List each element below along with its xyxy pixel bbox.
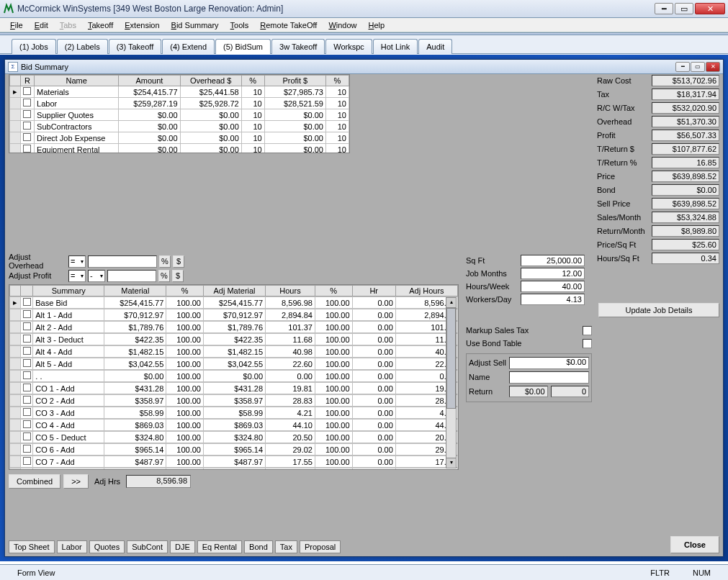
scroll-thumb[interactable]: [446, 308, 456, 409]
adjust-sell-return-pct: 0: [551, 386, 590, 397]
scroll-up-icon[interactable]: ▴: [446, 298, 456, 308]
app-window: McCormick WinSystems [349 West Boston La…: [0, 0, 728, 580]
markup-sales-tax-label: Markup Sales Tax: [466, 326, 583, 335]
main-tab-1[interactable]: (2) Labels: [57, 39, 108, 54]
markup-sales-tax-checkbox[interactable]: [583, 326, 592, 335]
adjust-overhead-dollar-button[interactable]: $: [173, 255, 184, 268]
more-button[interactable]: >>: [63, 474, 89, 489]
menu-window[interactable]: Window: [324, 19, 361, 31]
adjust-overhead-pct-button[interactable]: %: [159, 255, 171, 268]
close-panel-button[interactable]: Close: [670, 536, 719, 553]
summary-label: T/Return $: [597, 145, 652, 153]
adjust-profit-op[interactable]: =: [68, 270, 86, 282]
sub-tab-quotes[interactable]: Quotes: [89, 540, 125, 553]
adjust-overhead-label: Adjust Overhead: [9, 253, 66, 270]
adjust-overhead-op[interactable]: =: [68, 255, 86, 268]
maximize-button[interactable]: ▭: [675, 3, 693, 14]
summary-label: Overhead: [597, 117, 652, 126]
job-info-panel: Sq Ft25,000.00Job Months12.00Hours/Week4…: [466, 254, 585, 306]
main-tab-7[interactable]: Hot Link: [373, 39, 418, 54]
status-left: Form View: [6, 568, 66, 577]
jobinfo-label: Job Months: [466, 269, 521, 278]
adjust-sell-return-value: $0.00: [509, 386, 548, 397]
jobinfo-label: Sq Ft: [466, 256, 521, 265]
statusbar: Form View FLTR NUM: [0, 564, 728, 580]
summary-label: Price: [597, 172, 652, 181]
summary-label: Raw Cost: [597, 76, 652, 85]
jobinfo-value[interactable]: 4.13: [521, 294, 585, 305]
summary-label: Profit: [597, 131, 652, 140]
summary-value: $53,324.88: [652, 212, 719, 223]
adjust-profit-pct-button[interactable]: %: [158, 270, 170, 282]
sub-tab-labor[interactable]: Labor: [57, 540, 87, 553]
summary-grid[interactable]: SummaryMaterial%Adj MaterialHours%HrAdj …: [9, 284, 459, 470]
main-tab-8[interactable]: Audit: [418, 39, 452, 54]
jobinfo-label: Hours/Week: [466, 282, 521, 291]
bid-summary-window: Σ Bid Summary ━ ▭ ✕ RNameAmountOverhead …: [4, 59, 724, 557]
jobinfo-value[interactable]: 12.00: [521, 268, 585, 279]
mdi-area: Σ Bid Summary ━ ▭ ✕ RNameAmountOverhead …: [0, 55, 728, 561]
main-tab-5[interactable]: 3w Takeoff: [271, 39, 325, 54]
summary-label: Sales/Month: [597, 213, 652, 222]
status-num: NUM: [681, 568, 722, 577]
close-button[interactable]: ✕: [695, 3, 725, 14]
main-tab-3[interactable]: (4) Extend: [162, 39, 215, 54]
adjust-profit-sign[interactable]: -: [88, 270, 105, 282]
summary-value: $25.60: [652, 239, 719, 250]
menu-edit[interactable]: Edit: [30, 19, 53, 31]
combined-button[interactable]: Combined: [9, 474, 60, 489]
adjust-profit-input[interactable]: [107, 270, 156, 282]
menu-help[interactable]: Help: [364, 19, 390, 31]
titlebar: McCormick WinSystems [349 West Boston La…: [0, 0, 728, 18]
menu-extension[interactable]: Extension: [120, 19, 163, 31]
main-tab-4[interactable]: (5) BidSum: [215, 39, 271, 54]
child-minimize-button[interactable]: ━: [675, 62, 690, 72]
adjust-sell-name-input[interactable]: [509, 371, 589, 384]
summary-label: R/C W/Tax: [597, 104, 652, 112]
adjust-sell-input[interactable]: $0.00: [509, 357, 589, 369]
sub-tab-top-sheet[interactable]: Top Sheet: [9, 540, 55, 553]
summary-grid-scrollbar[interactable]: ▴ ▾: [446, 297, 457, 468]
menu-remote-takeoff[interactable]: Remote TakeOff: [256, 19, 321, 31]
markup-sales-tax-row: Markup Sales Tax: [466, 325, 592, 336]
adjust-overhead-input[interactable]: [88, 255, 157, 268]
child-maximize-button[interactable]: ▭: [691, 62, 705, 72]
main-tab-0[interactable]: (1) Jobs: [12, 39, 56, 54]
summary-label: Tax: [597, 90, 652, 99]
categories-grid[interactable]: RNameAmountOverhead $%Profit $%▸Material…: [9, 74, 350, 153]
scroll-down-icon[interactable]: ▾: [446, 458, 456, 468]
summary-value: $639,898.52: [652, 171, 719, 182]
jobinfo-value[interactable]: 40.00: [521, 281, 585, 292]
adjust-sell-label: Adjust Sell: [469, 358, 506, 367]
use-bond-table-label: Use Bond Table: [466, 339, 583, 348]
update-job-details-button[interactable]: Update Job Details: [598, 303, 719, 317]
app-logo-icon: [3, 3, 14, 14]
sub-tab-tax[interactable]: Tax: [275, 540, 297, 553]
adj-hrs-label: Adj Hrs: [91, 477, 123, 486]
sub-tab-subcont[interactable]: SubCont: [127, 540, 168, 553]
child-title-text: Bid Summary: [21, 63, 68, 71]
menu-tabs: Tabs: [55, 19, 81, 31]
child-icon: Σ: [8, 62, 18, 72]
main-tab-6[interactable]: Workspc: [325, 39, 372, 54]
sub-tab-dje[interactable]: DJE: [170, 540, 195, 553]
sub-tab-bond[interactable]: Bond: [244, 540, 273, 553]
child-close-button[interactable]: ✕: [706, 62, 720, 72]
menu-file[interactable]: File: [6, 19, 27, 31]
sub-tab-proposal[interactable]: Proposal: [300, 540, 341, 553]
adjust-sell-name-label: Name: [469, 373, 506, 381]
menu-takeoff[interactable]: Takeoff: [84, 19, 117, 31]
menu-bid-summary[interactable]: Bid Summary: [167, 19, 223, 31]
summary-panel: Raw Cost$513,702.96Tax$18,317.94R/C W/Ta…: [597, 74, 719, 266]
adjust-profit-label: Adjust Profit: [9, 271, 66, 280]
adjust-profit-dollar-button[interactable]: $: [172, 270, 184, 282]
minimize-button[interactable]: ━: [655, 3, 673, 14]
menu-tools[interactable]: Tools: [226, 19, 253, 31]
child-body: RNameAmountOverhead $%Profit $%▸Material…: [5, 74, 723, 556]
sub-tab-eq-rental[interactable]: Eq Rental: [197, 540, 242, 553]
use-bond-table-checkbox[interactable]: [583, 339, 592, 348]
window-title: McCormick WinSystems [349 West Boston La…: [17, 4, 283, 14]
summary-value: $51,370.30: [652, 116, 719, 127]
jobinfo-value[interactable]: 25,000.00: [521, 255, 585, 266]
main-tab-2[interactable]: (3) Takeoff: [109, 39, 162, 54]
